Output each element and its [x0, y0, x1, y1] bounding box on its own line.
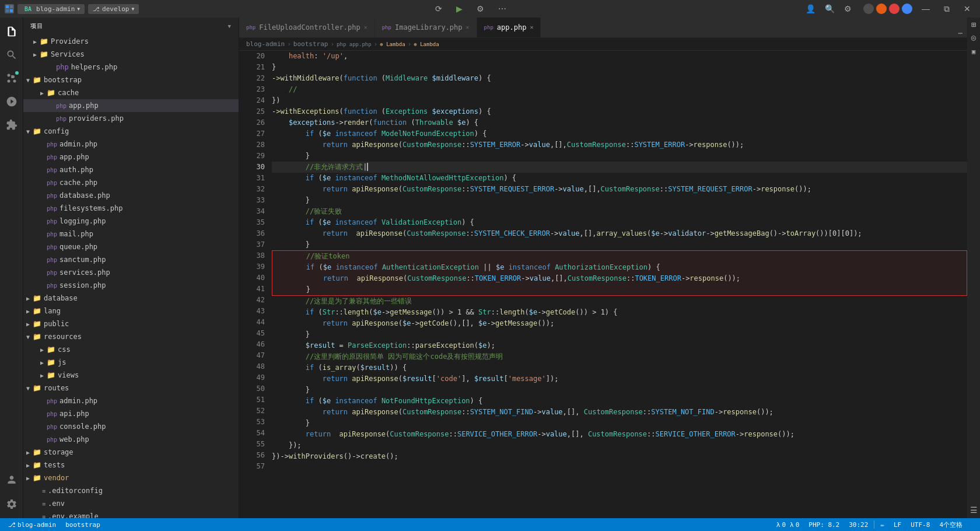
tree-item-app2-php[interactable]: php app.php [23, 151, 239, 163]
tree-item-env[interactable]: ≡ .env [23, 497, 239, 510]
status-php[interactable]: PHP: 8.2 [805, 521, 843, 529]
tab-close-app[interactable]: ✕ [530, 24, 533, 30]
code-line-49: return apiResponse($result['code'], $res… [272, 373, 967, 385]
tree-item-cache[interactable]: ▶ 📁 cache [23, 86, 239, 99]
activity-git[interactable] [1, 68, 22, 89]
tree-item-database-php[interactable]: php database.php [23, 189, 239, 202]
activity-files[interactable] [1, 21, 22, 42]
tree-item-helpers[interactable]: ▶ php helpers.php [23, 61, 239, 74]
tree-item-providers[interactable]: ▶ 📁 Providers [23, 35, 239, 48]
ln-43: 43 [239, 306, 265, 317]
tree-item-tests[interactable]: ▶ 📁 tests [23, 459, 239, 471]
status-error-count: 0 [782, 521, 786, 529]
workspace-badge[interactable]: BA blog-admin ▼ [18, 4, 85, 14]
status-encoding[interactable]: UTF-8 [907, 521, 933, 529]
arrow-database: ▶ [23, 295, 33, 302]
tree-item-routes[interactable]: ▼ 📁 routes [23, 382, 239, 394]
tree-item-resources[interactable]: ▼ 📁 resources [23, 330, 239, 343]
editor-scroll[interactable]: 20 21 22 23 24 25 26 27 28 29 30 31 32 3… [239, 51, 967, 518]
label-providers: Providers [51, 37, 89, 46]
tab-label-app: app.php [497, 23, 527, 32]
search-btn[interactable]: 🔍 [821, 3, 838, 15]
tree-item-sanctum-php[interactable]: php sanctum.php [23, 253, 239, 266]
activity-search[interactable] [1, 44, 22, 65]
settings-btn[interactable]: ⚙ [841, 3, 855, 15]
tab-app-php[interactable]: php app.php ✕ [477, 18, 541, 37]
tree-item-providers-php[interactable]: ▶ php providers.php [23, 112, 239, 125]
activity-debug[interactable] [1, 91, 22, 112]
tree-item-cache-php[interactable]: php cache.php [23, 176, 239, 189]
tree-item-services[interactable]: ▶ 📁 Services [23, 48, 239, 61]
breadcrumb-root[interactable]: blog-admin [246, 40, 285, 48]
status-errors[interactable]: λ 0 λ 0 [773, 521, 803, 529]
status-bootstrap[interactable]: bootstrap [62, 521, 104, 529]
branch-badge[interactable]: ⎇ develop ▼ [88, 4, 139, 14]
tab-close-fileupload[interactable]: ✕ [364, 24, 368, 30]
tree-item-web-php[interactable]: php web.php [23, 433, 239, 446]
breadcrumb-lambda2[interactable]: ⊕ Lambda [414, 41, 439, 47]
tree-item-vendor[interactable]: ▶ 📁 vendor [23, 471, 239, 484]
tree-item-session-php[interactable]: php session.php [23, 279, 239, 292]
more-btn[interactable]: ⋯ [495, 3, 510, 15]
tree-item-api-php[interactable]: php api.php [23, 407, 239, 420]
activity-account[interactable] [1, 469, 22, 490]
tabs-more-icon[interactable]: ⋯ [958, 29, 963, 37]
breadcrumb-lambda1[interactable]: ⊕ Lambda [380, 41, 405, 47]
tree-item-services2-php[interactable]: php services.php [23, 266, 239, 279]
icon-editorconfig: ≡ [42, 488, 46, 494]
tree-item-config[interactable]: ▼ 📁 config [23, 125, 239, 138]
arrow-tests: ▶ [23, 462, 33, 469]
tree-item-app-php[interactable]: ▶ php app.php [23, 99, 239, 112]
status-edit-icon[interactable]: ✏ [877, 521, 888, 529]
tabs-bar: php FileUploadController.php ✕ php Image… [239, 18, 967, 38]
status-time[interactable]: 30:22 [845, 521, 872, 529]
tree-item-filesystems-php[interactable]: php filesystems.php [23, 202, 239, 215]
label-config: config [44, 127, 69, 135]
tree-item-views[interactable]: ▶ 📁 views [23, 369, 239, 382]
run-btn[interactable]: ▶ [453, 3, 466, 15]
tree-item-database-folder[interactable]: ▶ 📁 database [23, 292, 239, 305]
tab-fileupload[interactable]: php FileUploadController.php ✕ [239, 18, 375, 37]
breadcrumb-bootstrap[interactable]: bootstrap [293, 40, 328, 48]
tree-item-public[interactable]: ▶ 📁 public [23, 317, 239, 330]
tree-item-console-php[interactable]: php console.php [23, 420, 239, 433]
tree-item-admin2-php[interactable]: php admin.php [23, 394, 239, 407]
tab-imagelibrary[interactable]: php ImageLibrary.php ✕ [375, 18, 477, 37]
maximize-btn[interactable]: ⧉ [939, 3, 954, 15]
minimize-btn[interactable]: — [917, 3, 935, 15]
status-lf[interactable]: LF [890, 521, 905, 529]
tree-item-logging-php[interactable]: php logging.php [23, 215, 239, 228]
sidebar-content[interactable]: ▶ 📁 Providers ▶ 📁 Services ▶ php helpers… [23, 35, 239, 518]
tree-item-bootstrap[interactable]: ▼ 📁 bootstrap [23, 74, 239, 86]
status-git[interactable]: ⎇ blog-admin [5, 521, 60, 529]
right-icon-2[interactable]: ◎ [968, 33, 979, 43]
status-indent[interactable]: 4个空格 [936, 520, 966, 529]
tree-item-queue-php[interactable]: php queue.php [23, 240, 239, 253]
right-icon-1[interactable]: ⊞ [968, 20, 979, 30]
tree-item-auth-php[interactable]: php auth.php [23, 163, 239, 176]
tree-item-mail-php[interactable]: php mail.php [23, 228, 239, 240]
editor-area: php FileUploadController.php ✕ php Image… [239, 18, 967, 518]
browser-icon-2 [876, 4, 887, 14]
tree-item-admin-php[interactable]: php admin.php [23, 138, 239, 151]
tree-item-js[interactable]: ▶ 📁 js [23, 356, 239, 369]
tree-item-css[interactable]: ▶ 📁 css [23, 343, 239, 356]
tree-item-lang[interactable]: ▶ 📁 lang [23, 305, 239, 317]
user-btn[interactable]: 👤 [802, 3, 819, 15]
activity-extensions[interactable] [1, 114, 22, 135]
activity-settings[interactable] [1, 494, 22, 515]
arrow-providers: ▶ [30, 39, 40, 45]
arrow-storage: ▶ [23, 449, 33, 456]
tree-item-editorconfig[interactable]: ≡ .editorconfig [23, 484, 239, 497]
right-icon-3[interactable]: ▣ [968, 48, 979, 58]
php-icon-database: php [47, 193, 57, 199]
debug-btn[interactable]: ⚙ [473, 3, 488, 15]
close-btn[interactable]: ✕ [959, 3, 975, 15]
code-content[interactable]: health: '/up', } ->withMiddleware(functi… [270, 51, 967, 518]
breadcrumb-app[interactable]: php app.php [337, 41, 372, 47]
sync-btn[interactable]: ⟳ [432, 3, 446, 15]
tree-item-storage[interactable]: ▶ 📁 storage [23, 446, 239, 459]
right-icon-4[interactable]: ☰ [968, 505, 979, 516]
tree-item-env-example[interactable]: ≡ .env.example [23, 510, 239, 518]
tab-close-imagelibrary[interactable]: ✕ [466, 24, 470, 30]
